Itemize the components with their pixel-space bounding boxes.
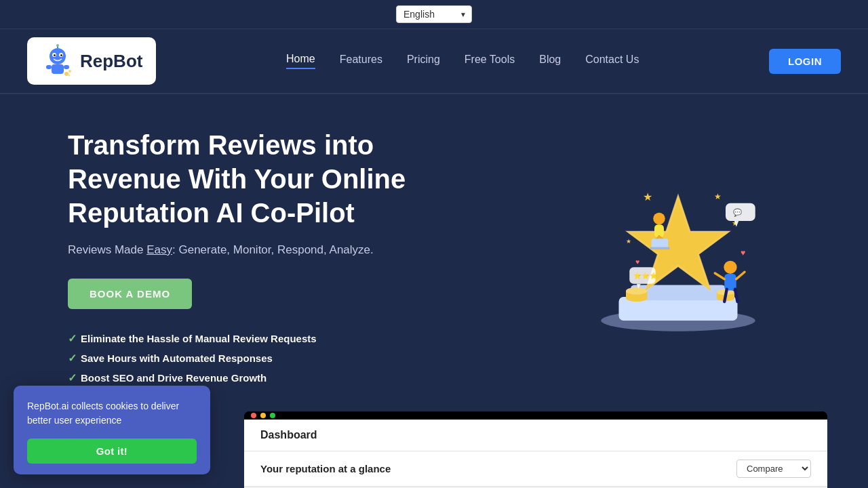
svg-point-30 (724, 261, 736, 274)
compare-wrapper: Compare (736, 460, 811, 478)
hero-subtitle: Reviews Made Easy: Generate, Monitor, Re… (68, 243, 488, 257)
book-demo-button[interactable]: BOOK A DEMO (68, 279, 192, 309)
language-selector-wrapper: English Spanish French German Portuguese (396, 5, 472, 23)
svg-point-4 (60, 54, 62, 56)
logo-text: RepBot (80, 51, 142, 72)
cookie-banner: RepBot.ai collects cookies to deliver be… (14, 386, 210, 474)
subtitle-prefix: Reviews Made (68, 243, 146, 256)
hero-bullet-2: ✓ Save Hours with Automated Responses (68, 352, 488, 365)
bullet-text-2: Save Hours with Automated Responses (81, 352, 273, 364)
nav-blog[interactable]: Blog (539, 54, 561, 68)
svg-line-35 (736, 272, 745, 279)
cookie-message: RepBot.ai collects cookies to deliver be… (27, 399, 197, 428)
hero-illustration: ★ ★ ★ ★ ♥ ♥ 💬 ⭐⭐⭐ (583, 161, 800, 351)
nav-free-tools[interactable]: Free Tools (465, 54, 515, 68)
dashboard-subheader: Your reputation at a glance Compare (244, 451, 827, 487)
svg-point-12 (68, 75, 71, 77)
svg-rect-28 (652, 239, 669, 248)
svg-point-0 (50, 48, 66, 64)
svg-point-24 (653, 213, 665, 225)
dashboard-header: Dashboard (244, 420, 827, 451)
main-nav: Home Features Pricing Free Tools Blog Co… (286, 53, 639, 69)
language-bar: English Spanish French German Portuguese (0, 0, 868, 29)
hero-bullet-1: ✓ Eliminate the Hassle of Manual Review … (68, 332, 488, 345)
got-it-button[interactable]: Got it! (27, 439, 197, 464)
svg-text:★: ★ (643, 191, 652, 203)
hero-title: Transform Reviews into Revenue With Your… (68, 128, 488, 230)
bullet-text-1: Eliminate the Hassle of Manual Review Re… (81, 333, 317, 344)
header: RepBot Home Features Pricing Free Tools … (0, 29, 868, 93)
svg-text:💬: 💬 (733, 208, 743, 217)
hero-section: Transform Reviews into Revenue With Your… (0, 94, 868, 411)
nav-pricing[interactable]: Pricing (407, 54, 440, 68)
repbot-logo-icon (41, 44, 75, 78)
nav-contact-us[interactable]: Contact Us (585, 54, 639, 68)
dashboard-window: Dashboard Your reputation at a glance Co… (244, 411, 827, 488)
check-icon-2: ✓ (68, 352, 77, 365)
svg-rect-7 (52, 64, 64, 74)
subtitle-suffix: : Generate, Monitor, Respond, Analyze. (172, 243, 374, 256)
reputation-label: Your reputation at a glance (260, 463, 391, 474)
hero-star-svg: ★ ★ ★ ★ ♥ ♥ 💬 ⭐⭐⭐ (583, 161, 773, 338)
check-icon-3: ✓ (68, 371, 77, 384)
login-button[interactable]: LOGIN (769, 49, 841, 74)
svg-point-10 (64, 72, 68, 76)
bullet-text-3: Boost SEO and Drive Revenue Growth (81, 372, 267, 384)
nav-home[interactable]: Home (286, 53, 315, 69)
logo[interactable]: RepBot (27, 37, 156, 85)
hero-bullets: ✓ Eliminate the Hassle of Manual Review … (68, 332, 488, 384)
dashboard-inner: Dashboard Your reputation at a glance Co… (244, 420, 827, 488)
svg-text:★: ★ (626, 238, 631, 245)
language-select[interactable]: English Spanish French German Portuguese (396, 5, 472, 23)
svg-rect-9 (64, 65, 69, 69)
nav-features[interactable]: Features (340, 54, 382, 68)
svg-point-6 (56, 44, 59, 47)
dashboard-title: Dashboard (260, 429, 317, 441)
subtitle-underline: Easy (146, 243, 172, 256)
svg-text:♥: ♥ (741, 248, 745, 258)
svg-rect-8 (46, 65, 52, 69)
svg-point-11 (68, 70, 71, 73)
svg-rect-29 (650, 247, 670, 250)
hero-bullet-3: ✓ Boost SEO and Drive Revenue Growth (68, 371, 488, 384)
svg-text:⭐⭐⭐: ⭐⭐⭐ (633, 272, 658, 280)
svg-text:♥: ♥ (635, 258, 639, 266)
svg-line-34 (715, 273, 724, 279)
svg-text:★: ★ (714, 192, 722, 201)
svg-point-3 (54, 54, 56, 56)
compare-select[interactable]: Compare (736, 460, 811, 478)
hero-content: Transform Reviews into Revenue With Your… (68, 128, 488, 384)
svg-point-18 (626, 287, 648, 295)
check-icon-1: ✓ (68, 332, 77, 345)
